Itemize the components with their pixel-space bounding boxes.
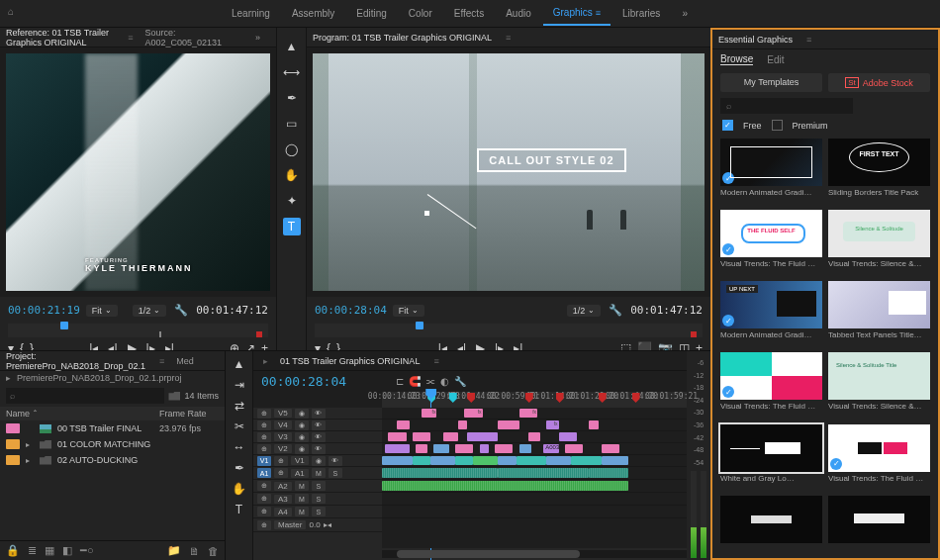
tab-program[interactable]: Program: 01 TSB Trailer Graphics ORIGINA… <box>313 33 492 43</box>
program-monitor: Program: 01 TSB Trailer Graphics ORIGINA… <box>307 28 710 350</box>
list-view-icon[interactable]: ≣ <box>28 544 37 557</box>
ws-assembly[interactable]: Assembly <box>282 2 344 25</box>
tab-sequence[interactable]: 01 TSB Trailer Graphics ORIGINAL <box>280 356 420 366</box>
new-bin-icon[interactable]: 📁 <box>167 544 181 557</box>
project-panel: Project: PremierePro_NAB2018_Drop_02.1≡ … <box>0 351 226 560</box>
prog-timecode-duration: 00:01:47:12 <box>630 304 703 317</box>
eg-tab-edit[interactable]: Edit <box>767 54 784 65</box>
ellipse-tool-icon[interactable]: ◯ <box>283 140 301 158</box>
eg-tab-browse[interactable]: Browse <box>720 53 753 65</box>
project-list[interactable]: 00 TSB Trailer FINAL23.976 fps ▸ 01 COLO… <box>0 420 225 540</box>
timeline-tracks[interactable]: A003 <box>382 408 687 548</box>
timeline-zoom-scrollbar[interactable] <box>382 550 687 558</box>
brush-tool-icon[interactable]: ✦ <box>283 192 301 210</box>
checkbox-premium[interactable] <box>772 120 783 131</box>
tab-project[interactable]: Project: PremierePro_NAB2018_Drop_02.1 <box>6 351 145 371</box>
checkbox-free[interactable]: ✓ <box>722 120 733 131</box>
trash-icon[interactable]: 🗑 <box>208 545 219 557</box>
ws-graphics[interactable]: Graphics≡ <box>543 1 611 26</box>
freeform-view-icon[interactable]: ◧ <box>62 544 72 557</box>
track-select-icon[interactable]: ⇥ <box>235 378 244 392</box>
eg-template[interactable]: ✓Visual Trends: The Fluid … <box>720 210 822 277</box>
home-icon[interactable]: ⌂ <box>8 6 24 22</box>
tab-source[interactable]: Source: A002_C005_02131 <box>144 28 222 47</box>
hand-tool-icon[interactable]: ✋ <box>283 166 301 184</box>
ws-overflow[interactable]: » <box>672 4 698 23</box>
project-item[interactable]: ▸ 02 AUTO-DUCKING <box>0 452 225 468</box>
ws-effects[interactable]: Effects <box>444 2 494 25</box>
project-item[interactable]: ▸ 01 COLOR MATCHING <box>0 436 225 452</box>
selection-tool-icon[interactable]: ▲ <box>234 357 245 371</box>
linked-selection-icon[interactable]: ⫘ <box>425 376 435 387</box>
tab-essential-graphics[interactable]: Essential Graphics <box>718 35 793 45</box>
prog-res-dropdown[interactable]: 1/2 <box>567 305 602 317</box>
sort-asc-icon[interactable]: ˆ <box>34 409 37 419</box>
ws-libraries[interactable]: Libraries <box>612 2 670 25</box>
prog-zoom-dropdown[interactable]: Fit <box>393 305 424 317</box>
lock-icon[interactable]: 🔒 <box>6 544 20 557</box>
ref-res-dropdown[interactable]: 1/2 <box>133 305 167 317</box>
slip-tool-icon[interactable]: ↔ <box>234 440 245 454</box>
eg-search-input[interactable] <box>720 98 853 114</box>
eg-source-adobe-stock[interactable]: StAdobe Stock <box>828 73 930 92</box>
eg-template[interactable]: White and Gray Lo… <box>720 424 822 492</box>
bin-back-icon[interactable]: ▸ <box>6 373 11 383</box>
vertical-type-tool-icon[interactable]: ⟷ <box>283 63 301 81</box>
wrench-icon[interactable]: 🔧 <box>607 302 624 319</box>
settings-icon[interactable]: 🔧 <box>454 376 466 387</box>
source-patch-icon[interactable]: ▸ <box>263 356 268 366</box>
tab-media[interactable]: Med <box>176 356 194 366</box>
prog-timecode-current[interactable]: 00:00:28:04 <box>315 304 387 317</box>
zoom-slider[interactable]: ━○ <box>80 544 94 557</box>
razor-tool-icon[interactable]: ✂ <box>235 420 244 433</box>
eg-template[interactable] <box>828 496 930 554</box>
ws-color[interactable]: Color <box>399 2 442 25</box>
eg-template[interactable]: ✓Visual Trends: The Fluid … <box>720 352 822 420</box>
ripple-edit-icon[interactable]: ⇄ <box>235 399 244 413</box>
ws-learning[interactable]: Learning <box>222 2 280 25</box>
tab-reference[interactable]: Reference: 01 TSB Trailer Graphics ORIGI… <box>6 28 114 47</box>
wrench-icon[interactable]: 🔧 <box>172 302 190 319</box>
type-tool-icon[interactable]: T <box>283 218 301 235</box>
selection-tool-icon[interactable]: ▲ <box>283 38 301 55</box>
icon-view-icon[interactable]: ▦ <box>45 544 54 557</box>
marker-span-icon[interactable]: ◐ <box>440 376 449 387</box>
ref-zoom-dropdown[interactable]: Fit <box>86 305 118 317</box>
project-search-input[interactable] <box>6 388 164 404</box>
type-tool-icon[interactable]: T <box>235 503 242 516</box>
project-item[interactable]: 00 TSB Trailer FINAL23.976 fps <box>0 420 225 436</box>
eg-template[interactable]: ✓Modern Animated Gradi… <box>720 281 822 348</box>
workspace-bar: ⌂ Learning Assembly Editing Color Effect… <box>0 0 940 28</box>
bin-icon[interactable] <box>168 392 180 401</box>
eg-template[interactable]: Tabbed Text Panels Title… <box>828 281 930 348</box>
ws-editing[interactable]: Editing <box>346 2 397 25</box>
ref-timecode-current[interactable]: 00:00:21:19 <box>8 304 80 317</box>
eg-template[interactable]: ✓Modern Animated Gradi… <box>720 139 822 206</box>
eg-template-grid[interactable]: ✓Modern Animated Gradi… Sliding Borders … <box>712 135 938 558</box>
eg-template[interactable]: ✓Visual Trends: The Fluid … <box>828 424 930 492</box>
new-item-icon[interactable]: 🗎 <box>189 545 200 557</box>
program-video[interactable]: CALL OUT STYLE 02 <box>313 53 705 291</box>
mix-icon[interactable]: ▸◂ <box>324 520 331 529</box>
hand-tool-icon[interactable]: ✋ <box>232 482 246 496</box>
prog-time-ruler[interactable] <box>315 324 703 337</box>
ref-time-ruler[interactable] <box>8 324 268 337</box>
pen-tool-icon[interactable]: ✒ <box>283 89 301 107</box>
timeline-ruler[interactable]: 00:00:14:23 00:00:29:23 00:00:44:22 00:0… <box>382 392 687 408</box>
nest-icon[interactable]: ⊏ <box>396 376 404 387</box>
eg-template[interactable]: Visual Trends: Silence &… <box>828 210 930 277</box>
timeline-timecode[interactable]: 00:00:28:04 <box>261 374 346 389</box>
eg-template[interactable] <box>720 496 822 554</box>
eg-template[interactable]: Sliding Borders Title Pack <box>828 139 930 206</box>
ws-audio[interactable]: Audio <box>496 2 541 25</box>
ref-timecode-duration: 00:01:47:12 <box>196 304 268 317</box>
eg-template[interactable]: Visual Trends: Silence &… <box>828 352 930 420</box>
eg-source-my-templates[interactable]: My Templates <box>720 73 822 92</box>
reference-video[interactable]: FEATURINGKYLE THIERMANN <box>6 53 270 291</box>
snap-icon[interactable]: 🧲 <box>409 376 421 387</box>
callout-graphic[interactable]: CALL OUT STYLE 02 <box>477 148 625 172</box>
rectangle-tool-icon[interactable]: ▭ <box>283 115 301 133</box>
ref-overflow[interactable]: » <box>245 29 270 47</box>
label-free: Free <box>743 121 762 131</box>
pen-tool-icon[interactable]: ✒ <box>235 461 244 475</box>
